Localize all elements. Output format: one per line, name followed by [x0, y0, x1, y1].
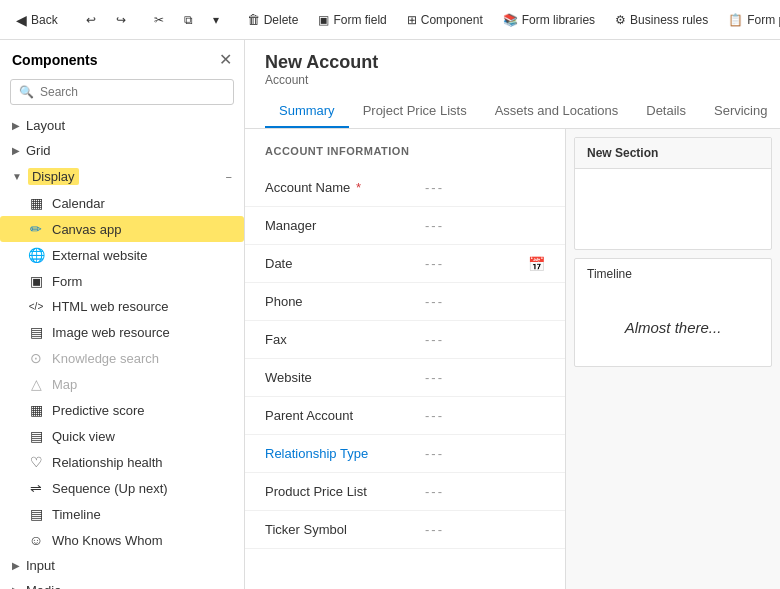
sidebar-group-label-grid: Grid: [26, 143, 51, 158]
search-input[interactable]: [40, 85, 225, 99]
who-knows-whom-icon: ☺: [28, 532, 44, 548]
field-product-price-list: Product Price List ---: [245, 473, 565, 511]
sidebar-item-label-map: Map: [52, 377, 77, 392]
undo-button[interactable]: ↩: [78, 9, 104, 31]
delete-button[interactable]: 🗑 Delete: [239, 8, 307, 31]
sidebar-group-header-layout[interactable]: ▶ Layout: [0, 113, 244, 138]
relationship-health-icon: ♡: [28, 454, 44, 470]
form-properties-button[interactable]: 📋 Form properties: [720, 9, 780, 31]
back-icon: ◀: [16, 12, 27, 28]
sidebar-item-label-who-knows: Who Knows Whom: [52, 533, 163, 548]
sidebar-item-label-timeline: Timeline: [52, 507, 101, 522]
sidebar-item-calendar[interactable]: ▦ Calendar: [0, 190, 244, 216]
field-date: Date --- 📅: [245, 245, 565, 283]
form-section-title: ACCOUNT INFORMATION: [245, 145, 565, 169]
sidebar-item-html-web-resource[interactable]: </> HTML web resource: [0, 294, 244, 319]
tab-servicing[interactable]: Servicing: [700, 95, 780, 128]
right-section-timeline: Timeline Almost there...: [574, 258, 772, 367]
component-icon: ⊞: [407, 13, 417, 27]
field-value-phone[interactable]: ---: [425, 294, 545, 309]
back-label: Back: [31, 13, 58, 27]
form-field-button[interactable]: ▣ Form field: [310, 9, 394, 31]
sidebar-item-knowledge-search[interactable]: ⊙ Knowledge search: [0, 345, 244, 371]
cut-button[interactable]: ✂: [146, 9, 172, 31]
field-value-date[interactable]: --- 📅: [425, 256, 545, 272]
business-rules-icon: ⚙: [615, 13, 626, 27]
field-value-product-price-list[interactable]: ---: [425, 484, 545, 499]
sidebar-item-label-predictive: Predictive score: [52, 403, 144, 418]
form-icon: ▣: [28, 273, 44, 289]
content-area: New Account Account Summary Project Pric…: [245, 40, 780, 589]
field-label-parent-account: Parent Account: [265, 408, 425, 423]
form-properties-icon: 📋: [728, 13, 743, 27]
sidebar-item-predictive-score[interactable]: ▦ Predictive score: [0, 397, 244, 423]
redo-button[interactable]: ↪: [108, 9, 134, 31]
undo-icon: ↩: [86, 13, 96, 27]
sidebar-group-header-media[interactable]: ▶ Media: [0, 578, 244, 589]
chevron-right-icon-input: ▶: [12, 560, 20, 571]
almost-there-label: Almost there...: [625, 319, 722, 336]
field-label-website: Website: [265, 370, 425, 385]
more-button[interactable]: ▾: [205, 9, 227, 31]
field-dashes-relationship-type: ---: [425, 446, 444, 461]
field-dashes-website: ---: [425, 370, 444, 385]
form-tabs: Summary Project Price Lists Assets and L…: [265, 95, 760, 128]
sidebar-item-map[interactable]: △ Map: [0, 371, 244, 397]
field-phone: Phone ---: [245, 283, 565, 321]
field-value-relationship-type[interactable]: ---: [425, 446, 545, 461]
tab-details[interactable]: Details: [632, 95, 700, 128]
sidebar-item-label-canvas-app: Canvas app: [52, 222, 121, 237]
field-value-manager[interactable]: ---: [425, 218, 545, 233]
field-label-relationship-type: Relationship Type: [265, 446, 425, 461]
tab-assets-locations[interactable]: Assets and Locations: [481, 95, 633, 128]
right-section-header-new: New Section: [575, 138, 771, 169]
field-value-ticker-symbol[interactable]: ---: [425, 522, 545, 537]
required-marker-account-name: *: [352, 180, 361, 195]
sidebar-item-timeline[interactable]: ▤ Timeline: [0, 501, 244, 527]
toolbar: ◀ Back ↩ ↪ ✂ ⧉ ▾ 🗑 Delete ▣ Form field ⊞…: [0, 0, 780, 40]
sidebar-title: Components: [12, 52, 98, 68]
sidebar-group-header-input[interactable]: ▶ Input: [0, 553, 244, 578]
field-value-fax[interactable]: ---: [425, 332, 545, 347]
image-icon: ▤: [28, 324, 44, 340]
main-layout: Components ✕ 🔍 ▶ Layout ▶ Grid: [0, 40, 780, 589]
sidebar-item-sequence[interactable]: ⇌ Sequence (Up next): [0, 475, 244, 501]
html-icon: </>: [28, 301, 44, 312]
sidebar-item-quick-view[interactable]: ▤ Quick view: [0, 423, 244, 449]
more-icon: ▾: [213, 13, 219, 27]
sidebar-item-image-web-resource[interactable]: ▤ Image web resource: [0, 319, 244, 345]
sidebar-item-form[interactable]: ▣ Form: [0, 268, 244, 294]
sidebar-item-who-knows-whom[interactable]: ☺ Who Knows Whom: [0, 527, 244, 553]
back-button[interactable]: ◀ Back: [8, 8, 66, 32]
field-value-website[interactable]: ---: [425, 370, 545, 385]
tab-summary[interactable]: Summary: [265, 95, 349, 128]
sidebar-items-display: ▦ Calendar ✏ Canvas app 🌐 External websi…: [0, 190, 244, 553]
field-dashes-account-name: ---: [425, 180, 444, 195]
sidebar-item-relationship-health[interactable]: ♡ Relationship health: [0, 449, 244, 475]
field-account-name: Account Name * ---: [245, 169, 565, 207]
sidebar-item-external-website[interactable]: 🌐 External website: [0, 242, 244, 268]
calendar-icon-date[interactable]: 📅: [528, 256, 545, 272]
field-value-parent-account[interactable]: ---: [425, 408, 545, 423]
sidebar-group-header-grid[interactable]: ▶ Grid: [0, 138, 244, 163]
sidebar-group-grid: ▶ Grid: [0, 138, 244, 163]
business-rules-button[interactable]: ⚙ Business rules: [607, 9, 716, 31]
component-button[interactable]: ⊞ Component: [399, 9, 491, 31]
chevron-right-icon-media: ▶: [12, 585, 20, 589]
copy-button[interactable]: ⧉: [176, 9, 201, 31]
right-section-label-timeline: Timeline: [575, 259, 771, 289]
collapse-display-icon: −: [226, 171, 232, 183]
delete-icon: 🗑: [247, 12, 260, 27]
sidebar-group-header-display[interactable]: ▼ Display −: [0, 163, 244, 190]
sidebar-close-button[interactable]: ✕: [219, 50, 232, 69]
form-libraries-button[interactable]: 📚 Form libraries: [495, 9, 603, 31]
form-main: ACCOUNT INFORMATION Account Name * --- M…: [245, 129, 565, 589]
sidebar-item-label-knowledge: Knowledge search: [52, 351, 159, 366]
sidebar-item-label-external-website: External website: [52, 248, 147, 263]
chevron-down-icon-display: ▼: [12, 171, 22, 182]
sidebar-item-canvas-app[interactable]: ✏ Canvas app: [0, 216, 244, 242]
right-section-body-new: [575, 169, 771, 249]
tab-project-price-lists[interactable]: Project Price Lists: [349, 95, 481, 128]
field-value-account-name[interactable]: ---: [425, 180, 545, 195]
sidebar-group-label-display: Display: [28, 168, 79, 185]
